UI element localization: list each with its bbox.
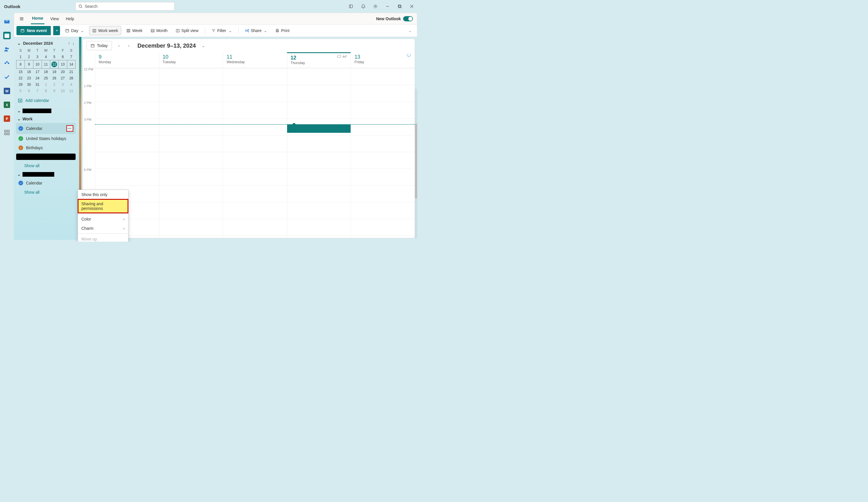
col-thu[interactable] [287,68,351,238]
mini-cal-day[interactable]: 23 [25,75,33,81]
maximize-button[interactable] [396,3,403,10]
rail-word-icon[interactable]: W [3,87,11,95]
rail-people-icon[interactable] [3,45,11,53]
close-button[interactable] [409,3,415,10]
calendar-item-birthdays[interactable]: ✓ Birthdays [16,143,75,152]
rail-calendar-icon[interactable] [3,32,11,39]
mini-cal-day[interactable]: 26 [50,75,59,81]
day-header-wed[interactable]: 11 Wednesday [223,52,287,68]
mini-cal-day[interactable]: 24 [33,75,42,81]
mini-cal-day[interactable]: 6 [59,54,67,60]
date-range-dropdown[interactable]: ⌄ [202,43,205,48]
mini-cal-day[interactable]: 21 [67,69,75,75]
ctx-charm[interactable]: Charm› [78,224,128,233]
tab-help[interactable]: Help [65,13,75,24]
mini-cal-day[interactable]: 25 [42,75,50,81]
mini-cal-day[interactable]: 11 [42,60,50,69]
tab-home[interactable]: Home [31,13,44,24]
mini-cal-day[interactable]: 9 [25,60,33,69]
share-button[interactable]: Share ⌄ [242,26,270,35]
next-month-button[interactable]: ↓ [72,41,74,45]
month-button[interactable]: Month [148,26,170,35]
next-week-button[interactable]: › [126,43,132,48]
mini-cal-day[interactable]: 31 [33,81,42,88]
calendar-item-calendar-2[interactable]: ✓ Calendar [16,178,75,188]
calendar-group-personal[interactable]: ⌄ [16,107,75,115]
rail-excel-icon[interactable]: X [3,101,11,109]
mini-cal-day[interactable]: 5 [17,88,25,94]
mini-cal-day[interactable]: 9 [50,88,59,94]
mini-cal-day[interactable]: 30 [25,81,33,88]
mini-cal-day[interactable]: 3 [59,81,67,88]
ctx-sharing-permissions[interactable]: Sharing and permissions [78,199,128,213]
ctx-color[interactable]: Color› [78,215,128,224]
mini-cal-day[interactable]: 1 [42,81,50,88]
mini-cal-day[interactable]: 14 [67,60,75,69]
mini-cal-day[interactable]: 8 [42,88,50,94]
weather-badge[interactable] [406,54,411,58]
redacted-calendar-item[interactable] [16,154,75,160]
prev-week-button[interactable]: ‹ [116,43,122,48]
day-view-button[interactable]: Day ⌄ [62,26,87,35]
col-wed[interactable] [223,68,287,238]
mini-cal-day[interactable]: 13 [59,60,67,69]
work-week-button[interactable]: Work week [89,26,121,35]
mini-cal-day[interactable]: 20 [59,69,67,75]
mini-calendar[interactable]: SMTWTFS 12345678910111213141516171819202… [16,47,75,94]
split-view-button[interactable]: Split view [173,26,202,35]
hamburger-icon[interactable] [17,17,26,21]
calendar-more-button[interactable]: ⋯ [66,125,73,132]
filter-button[interactable]: Filter ⌄ [209,26,235,35]
toggle-switch-icon[interactable] [403,16,413,21]
today-button[interactable]: Today [86,41,112,50]
mini-cal-day[interactable]: 18 [42,69,50,75]
mini-cal-day[interactable]: 2 [25,54,33,60]
mini-cal-day[interactable]: 8 [17,60,25,69]
mini-cal-day[interactable]: 17 [33,69,42,75]
mini-cal-day[interactable]: 12 [50,60,59,69]
print-button[interactable]: Print [272,26,292,35]
day-header-thu[interactable]: 44° 12 Thursday [287,52,351,68]
minimize-button[interactable] [384,3,391,10]
new-event-dropdown[interactable] [53,26,60,35]
mini-cal-day[interactable]: 6 [25,88,33,94]
calendar-grid[interactable]: 12 PM1 PM2 PM3 PM6 PM11 PM [83,68,415,238]
mini-cal-day[interactable]: 5 [50,54,59,60]
mini-cal-day[interactable]: 28 [67,75,75,81]
mini-cal-day[interactable]: 4 [67,81,75,88]
day-header-mon[interactable]: 9 Monday [95,52,159,68]
mini-cal-day[interactable]: 10 [33,60,42,69]
week-button[interactable]: Week [124,26,145,35]
tab-view[interactable]: View [49,13,60,24]
mini-cal-day[interactable]: 4 [42,54,50,60]
ctx-show-this-only[interactable]: Show this only [78,190,128,199]
mini-cal-day[interactable]: 7 [33,88,42,94]
settings-icon[interactable] [372,3,379,10]
rail-more-icon[interactable] [3,129,11,136]
search-input[interactable]: Search [75,2,175,11]
mini-cal-day[interactable]: 22 [17,75,25,81]
calendar-group-other[interactable]: ⌄ [16,170,75,178]
day-header-fri[interactable]: 13 Friday [351,52,415,68]
show-all-button-2[interactable]: Show all [16,188,75,197]
rail-mail-icon[interactable] [3,18,11,25]
add-calendar-button[interactable]: Add calendar [16,94,75,107]
show-all-button[interactable]: Show all [16,161,75,170]
rail-groups-icon[interactable] [3,60,11,67]
mini-cal-day[interactable]: 29 [17,81,25,88]
rail-todo-icon[interactable] [3,73,11,81]
day-header-tue[interactable]: 10 Tuesday [159,52,223,68]
scrollbar-thumb[interactable] [415,124,417,198]
calendar-group-work[interactable]: ⌄ Work [16,115,75,123]
mini-cal-day[interactable]: 10 [59,88,67,94]
calendar-item-calendar[interactable]: ✓ Calendar ⋯ [16,123,75,134]
meet-now-icon[interactable] [348,3,354,10]
col-tue[interactable] [159,68,223,238]
ribbon-overflow-button[interactable]: ⌄ [405,26,415,35]
mini-cal-day[interactable]: 15 [17,69,25,75]
notifications-icon[interactable] [360,3,366,10]
mini-cal-day[interactable]: 2 [50,81,59,88]
mini-cal-day[interactable]: 11 [67,88,75,94]
event-block[interactable] [287,124,351,133]
rail-powerpoint-icon[interactable]: P [3,115,11,122]
